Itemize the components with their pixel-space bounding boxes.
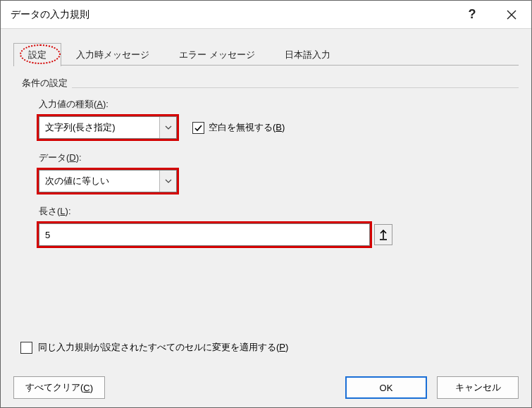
checkbox-box [20, 342, 32, 354]
check-icon [194, 123, 203, 132]
clear-all-button[interactable]: すべてクリア(C) [13, 376, 105, 399]
group-header: 条件の設定 [13, 70, 519, 92]
data-select[interactable]: 次の値に等しい [39, 170, 177, 192]
checkbox-box [192, 122, 204, 134]
dialog-title: データの入力規則 [1, 8, 452, 21]
tab-input-message[interactable]: 入力時メッセージ [61, 43, 164, 66]
apply-all-checkbox[interactable]: 同じ入力規則が設定されたすべてのセルに変更を適用する(P) [20, 341, 288, 354]
tab-error-message[interactable]: エラー メッセージ [164, 43, 270, 66]
length-value: 5 [45, 230, 50, 240]
group-label: 条件の設定 [13, 70, 68, 92]
data-label: データ(D): [39, 152, 519, 164]
allow-select[interactable]: 文字列(長さ指定) [39, 116, 177, 139]
group-divider [72, 87, 519, 88]
range-picker-button[interactable] [374, 224, 392, 245]
tab-settings[interactable]: 設定 [13, 43, 61, 66]
cancel-button[interactable]: キャンセル [437, 376, 519, 399]
data-select-value: 次の値に等しい [39, 175, 159, 187]
button-bar: すべてクリア(C) OK キャンセル [1, 366, 531, 408]
close-button[interactable] [492, 1, 531, 29]
chevron-down-icon [159, 171, 176, 192]
form-area: 入力値の種類(A): 文字列(長さ指定) 空白を無視する(B) [13, 92, 519, 246]
titlebar: データの入力規則 ? [1, 1, 531, 29]
help-button[interactable]: ? [452, 1, 492, 29]
tab-ime[interactable]: 日本語入力 [270, 43, 345, 66]
allow-select-value: 文字列(長さ指定) [39, 121, 159, 134]
ignore-blank-checkbox[interactable]: 空白を無視する(B) [192, 121, 285, 134]
content-area: 設定 入力時メッセージ エラー メッセージ 日本語入力 条件の設定 入力値の種類… [1, 29, 531, 366]
close-icon [507, 10, 516, 20]
range-picker-icon [378, 229, 388, 240]
allow-label: 入力値の種類(A): [39, 98, 519, 111]
ok-button[interactable]: OK [345, 376, 427, 399]
length-label: 長さ(L): [39, 205, 519, 218]
apply-all-label: 同じ入力規則が設定されたすべてのセルに変更を適用する(P) [38, 341, 288, 354]
length-input[interactable]: 5 [39, 223, 370, 246]
ignore-blank-label: 空白を無視する(B) [209, 121, 285, 134]
tab-strip: 設定 入力時メッセージ エラー メッセージ 日本語入力 [13, 43, 519, 66]
data-validation-dialog: データの入力規則 ? 設定 入力時メッセージ エラー メッセージ 日本語入力 条… [0, 0, 532, 408]
chevron-down-icon [159, 117, 176, 138]
